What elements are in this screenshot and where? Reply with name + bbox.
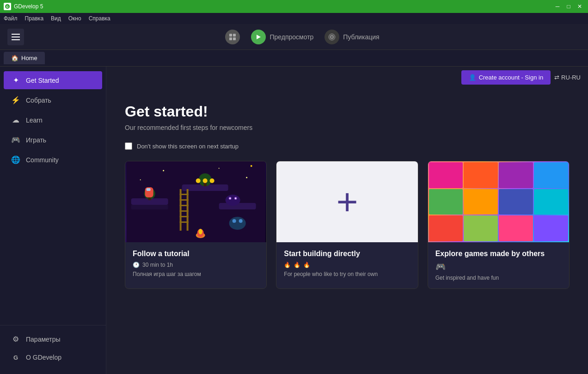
explore-card[interactable]: Explore games made by others 🎮 Get inspi… [428, 161, 570, 289]
gdevelop-logo-icon: G [5, 4, 10, 9]
close-button[interactable]: ✕ [575, 2, 584, 11]
get-started-icon: ✦ [11, 76, 20, 85]
create-account-button[interactable]: 👤 Create account - Sign in [461, 70, 551, 85]
tutorial-card[interactable]: Follow a tutorial 🕐 30 min to 1h Полная … [125, 161, 267, 289]
title-bar-left: G GDevelop 5 [4, 3, 43, 10]
tutorial-card-desc: Полная игра шаг за шагом [133, 271, 259, 277]
page-subtitle: Our recommended first steps for newcomer… [125, 124, 570, 131]
tutorial-card-body: Follow a tutorial 🕐 30 min to 1h Полная … [125, 242, 266, 285]
home-tab-item[interactable]: 🏠 Home [4, 52, 45, 64]
sidebar-item-learn[interactable]: ☁ Learn [4, 111, 102, 129]
app-icon: G [4, 3, 11, 10]
explore-cell-4 [534, 162, 568, 188]
explore-cell-10 [464, 215, 498, 241]
dont-show-label[interactable]: Don't show this screen on next startup [137, 143, 239, 150]
home-tab-label: Home [21, 55, 37, 61]
sidebar-get-started-label: Get Started [26, 77, 59, 84]
svg-point-41 [251, 165, 252, 167]
window-controls: ─ □ ✕ [553, 2, 584, 11]
sidebar-learn-label: Learn [26, 116, 43, 124]
menu-view[interactable]: Вид [51, 15, 61, 22]
sidebar-item-about[interactable]: G О GDevelop [4, 349, 102, 366]
publish-icon-circle [325, 30, 339, 44]
sobrат-icon: ⚡ [11, 96, 20, 104]
preview-icon-circle [251, 30, 266, 44]
sidebar-item-community[interactable]: 🌐 Community [4, 151, 102, 169]
toolbar: Предпросмотр Публикация [0, 24, 588, 50]
preview-label: Предпросмотр [270, 33, 313, 41]
explore-cell-8 [534, 189, 568, 215]
settings-sidebar-icon: ⚙ [11, 335, 20, 343]
start-building-card[interactable]: + Start building directly 🔥 🔥 🔥 For peop… [276, 161, 418, 289]
hamburger-line-3 [12, 39, 20, 40]
svg-point-44 [210, 178, 214, 183]
toolbar-left [7, 29, 24, 45]
dont-show-checkbox[interactable] [125, 142, 132, 150]
sidebar-settings-label: Параметры [26, 336, 61, 343]
svg-point-39 [246, 177, 247, 178]
hamburger-line-1 [12, 34, 20, 35]
svg-rect-12 [131, 205, 168, 209]
svg-rect-19 [180, 205, 189, 206]
play-icon [255, 34, 262, 40]
content-header: Get started! Our recommended first steps… [106, 88, 588, 139]
sidebar-item-get-started[interactable]: ✦ Get Started [4, 71, 102, 89]
explore-cell-1 [429, 162, 463, 188]
publish-label: Публикация [343, 33, 379, 41]
explore-cell-7 [499, 189, 533, 215]
tutorial-card-time: 30 min to 1h [142, 262, 173, 268]
sidebar-item-sobrат[interactable]: ⚡ Собрать [4, 91, 102, 109]
home-tab-bar: 🏠 Home [0, 50, 588, 67]
svg-rect-22 [180, 221, 189, 223]
explore-card-title: Explore games made by others [435, 250, 562, 258]
publish-icon [328, 33, 336, 41]
user-icon: 👤 [469, 74, 476, 81]
svg-rect-18 [180, 199, 189, 201]
svg-rect-28 [147, 188, 151, 191]
game-scene [125, 161, 266, 242]
menu-file[interactable]: Файл [4, 15, 18, 22]
hamburger-button[interactable] [7, 29, 24, 45]
toolbar-center: Предпросмотр Публикация [24, 30, 581, 44]
fire-icon-2: 🔥 [294, 262, 300, 268]
svg-rect-4 [229, 37, 232, 40]
svg-rect-15 [180, 189, 182, 231]
explore-cell-12 [534, 215, 568, 241]
minimize-button[interactable]: ─ [553, 2, 562, 11]
clock-icon: 🕐 [133, 262, 140, 268]
main-layout: ✦ Get Started ⚡ Собрать ☁ Learn 🎮 Играть… [0, 67, 588, 374]
about-icon: G [11, 354, 20, 361]
svg-point-36 [199, 229, 202, 234]
svg-point-29 [226, 195, 240, 206]
explore-cell-9 [429, 215, 463, 241]
toolbar-preview-item[interactable]: Предпросмотр [251, 30, 313, 44]
svg-text:G: G [6, 5, 9, 8]
sidebar-item-settings[interactable]: ⚙ Параметры [4, 330, 102, 348]
settings-icon [228, 33, 237, 41]
title-bar: G GDevelop 5 ─ □ ✕ [0, 0, 588, 13]
learn-icon: ☁ [11, 116, 20, 124]
explore-card-body: Explore games made by others 🎮 Get inspi… [428, 242, 569, 288]
svg-rect-3 [233, 34, 236, 37]
app-title: GDevelop 5 [14, 3, 43, 10]
explore-card-meta: 🎮 [435, 262, 562, 272]
content-area: 👤 Create account - Sign in ⇄ RU-RU Get s… [106, 67, 588, 374]
game-scene-svg [125, 161, 266, 242]
menu-edit[interactable]: Правка [25, 15, 44, 22]
menu-window[interactable]: Окно [68, 15, 81, 22]
community-icon: 🌐 [11, 155, 20, 164]
toolbar-publish-item[interactable]: Публикация [325, 30, 379, 44]
explore-card-image [428, 161, 569, 242]
menu-help[interactable]: Справка [89, 15, 110, 22]
hamburger-line-2 [12, 37, 20, 37]
home-icon: 🏠 [11, 55, 18, 61]
language-button[interactable]: ⇄ RU-RU [554, 74, 581, 81]
sidebar-item-play[interactable]: 🎮 Играть [4, 131, 102, 149]
toolbar-settings-item[interactable] [225, 30, 240, 44]
svg-rect-20 [180, 210, 189, 212]
tutorial-card-title: Follow a tutorial [133, 250, 259, 258]
translate-icon: ⇄ [554, 74, 559, 81]
explore-card-desc: Get inspired and have fun [435, 275, 562, 281]
fire-icon-1: 🔥 [284, 262, 291, 268]
maximize-button[interactable]: □ [564, 2, 573, 11]
